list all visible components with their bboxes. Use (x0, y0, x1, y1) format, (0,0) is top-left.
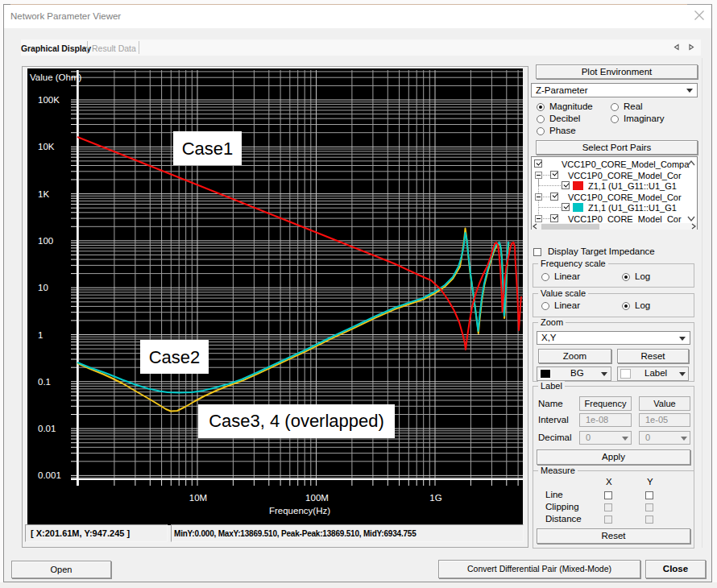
svg-text:Case3, 4 (overlapped): Case3, 4 (overlapped) (209, 411, 384, 431)
svg-text:100M: 100M (305, 493, 329, 503)
svg-text:0.1: 0.1 (38, 377, 51, 387)
svg-text:Case2: Case2 (149, 347, 201, 367)
svg-text:Frequency(Hz): Frequency(Hz) (269, 506, 330, 516)
svg-text:0.001: 0.001 (38, 470, 61, 480)
svg-text:0.01: 0.01 (38, 424, 56, 433)
svg-text:1G: 1G (429, 493, 441, 503)
svg-text:1: 1 (38, 330, 43, 340)
svg-text:10: 10 (38, 283, 48, 292)
svg-text:10M: 10M (189, 493, 207, 503)
svg-text:100: 100 (38, 236, 53, 246)
